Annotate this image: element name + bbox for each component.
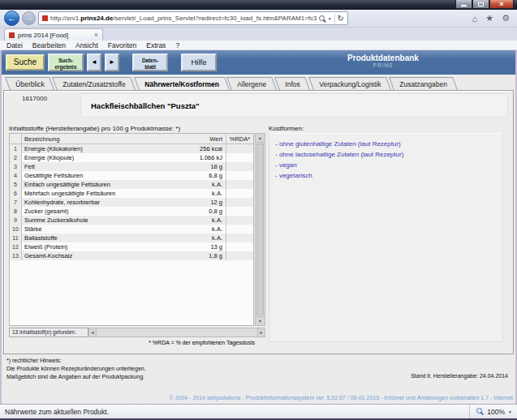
scroll-left-icon[interactable]: ◄ (88, 328, 97, 337)
kostform-link[interactable]: - vegetarisch (275, 170, 502, 181)
scroll-up-icon[interactable]: ▲ (256, 134, 265, 143)
status-text: Nährwerte zum aktuellen Produkt. (5, 408, 109, 416)
scroll-down-icon[interactable]: ▼ (256, 316, 265, 325)
nutrition-table: Bezeichnung Wert %RDA* 1Energie (Kilokal… (9, 133, 254, 326)
menu-datei[interactable]: Datei (3, 41, 29, 49)
legal-line-2: Die Produkte können Rezepturänderungen u… (6, 365, 146, 373)
menu-bearbeiten[interactable]: Bearbeiten (29, 41, 72, 49)
browser-tab[interactable]: prins 2014 [Food] × (4, 28, 103, 41)
refresh-icon[interactable]: ↻ (338, 15, 344, 23)
close-icon: × (499, 1, 503, 8)
tab-close-icon[interactable]: × (94, 32, 98, 39)
legal-note: *) rechtlicher Hinweis: Die Produkte kön… (6, 357, 146, 381)
table-row[interactable]: 7Kohlenhydrate, resorbierbar12 g (10, 198, 253, 207)
table-row[interactable]: 3Fett18 g (10, 162, 253, 171)
tab-ueberblick[interactable]: Überblick (5, 77, 54, 90)
tab-allergene[interactable]: Allergene (227, 77, 278, 90)
kostform-link[interactable]: - ohne lactosehaltige Zutaten (laut Reze… (275, 149, 502, 160)
legal-line-1: *) rechtlicher Hinweis: (6, 357, 146, 365)
table-row[interactable]: 5Einfach ungesättigte Fettsäurenk.A. (10, 180, 253, 189)
window-minimize-button[interactable] (455, 0, 472, 9)
search-caret-icon[interactable]: ▼ (328, 16, 332, 21)
nutrition-heading: Inhaltsstoffe (Herstellerangabe) pro 100… (9, 125, 180, 132)
table-row[interactable]: 2Energie (Kilojoule)1.066 kJ (10, 153, 253, 162)
app-title: Produktdatenbank (278, 54, 489, 62)
scrollbar-track[interactable] (97, 328, 257, 337)
zoom-level: 100% (487, 408, 505, 416)
product-id: 1617000 (22, 95, 47, 102)
window-controls: × (455, 0, 514, 9)
tab-title: prins 2014 [Food] (18, 32, 68, 39)
column-wert: Wert (175, 135, 226, 143)
home-icon[interactable]: ⌂ (472, 14, 478, 24)
url-text: http://srv1.prins24.de/servlet/_Load_pri… (50, 15, 317, 22)
previous-record-button[interactable]: ◄ (87, 54, 101, 71)
tab-naehrwerte-kostformen[interactable]: Nährwerte/Kostformen (134, 77, 229, 90)
table-header: Bezeichnung Wert %RDA* (10, 134, 253, 144)
table-vertical-scrollbar[interactable]: ▲ ▼ (255, 133, 265, 326)
suche-button[interactable]: Suche (6, 54, 45, 71)
zoom-control[interactable]: 100% ▼ (469, 405, 512, 418)
rda-footnote: * %RDA = % der empfohlenen Tagesdosis (9, 340, 255, 345)
copyright-line: © 2004 - 2014 sellysolutions - Produktin… (170, 395, 513, 401)
table-row[interactable]: 4Gesättigte Fettsäuren6,8 g (10, 171, 253, 180)
browser-status-bar: Nährwerte zum aktuellen Produkt. 100% ▼ (0, 404, 517, 418)
datenblatt-button[interactable]: Daten- blatt (132, 54, 168, 71)
tab-verpackung-logistik[interactable]: Verpackung/Logistik (308, 77, 391, 90)
kostformen-box: - ohne glutenhaltige Zutaten (laut Rezep… (269, 133, 503, 342)
menu-extras[interactable]: Extras (143, 41, 172, 49)
forward-button[interactable]: → (22, 11, 36, 25)
tab-zusatzangaben[interactable]: Zusatzangaben (389, 77, 457, 90)
table-row[interactable]: 11Ballaststoffek.A. (10, 234, 253, 242)
scrollbar-thumb[interactable] (256, 144, 264, 315)
legal-line-3: Maßgeblich sind die Angaben auf der Prod… (6, 373, 146, 381)
settings-gear-icon[interactable]: ⚙ (502, 13, 510, 24)
menu-ansicht[interactable]: Ansicht (72, 41, 105, 49)
window-close-button[interactable]: × (489, 0, 514, 9)
suchergebnis-button[interactable]: Such- ergebnis (48, 54, 84, 71)
zoom-magnifier-icon (476, 408, 484, 415)
next-icon: ► (109, 58, 115, 66)
app-tabs: Überblick Zutaten/Zusatzstoffe Nährwerte… (7, 77, 457, 91)
column-bezeichnung: Bezeichnung (22, 135, 175, 143)
table-horizontal-scrollbar: 13 Inhaltsstoff(e) gefunden. ◄ ► (9, 328, 265, 337)
site-favicon-icon (42, 15, 48, 21)
window-maximize-button[interactable] (472, 0, 489, 9)
table-row[interactable]: 12Eiweiß (Protein)13 g (10, 242, 253, 251)
table-row[interactable]: 10Stärkek.A. (10, 225, 253, 234)
tab-favicon-icon (9, 32, 15, 38)
menu-hilfe[interactable]: ? (172, 41, 186, 49)
zoom-caret-icon[interactable]: ▼ (508, 409, 512, 414)
hilfe-button[interactable]: Hilfe (181, 54, 217, 71)
table-row[interactable]: 9Summe Zuckeralkoholek.A. (10, 216, 253, 225)
back-icon: ← (7, 13, 16, 23)
back-button[interactable]: ← (4, 11, 19, 26)
menu-favoriten[interactable]: Favoriten (105, 41, 143, 49)
forward-icon: → (25, 13, 33, 22)
table-row[interactable]: 8Zucker (gesamt)0,8 g (10, 207, 253, 216)
product-name: Hackfleischbällchen "Puszta" (81, 94, 507, 110)
kostform-link[interactable]: - vegan (275, 160, 502, 170)
browser-nav-bar: ← → http://srv1.prins24.de/servlet/_Load… (0, 10, 517, 28)
content-panel: 1617000 Hackfleischbällchen "Puszta" Inh… (3, 90, 514, 354)
browser-tab-bar: prins 2014 [Food] × (0, 28, 517, 41)
tab-zutaten-zusatzstoffe[interactable]: Zutaten/Zusatzstoffe (53, 77, 136, 90)
address-bar[interactable]: http://srv1.prins24.de/servlet/_Load_pri… (38, 11, 348, 25)
table-row[interactable]: 1Energie (Kilokalorien)256 kcal (10, 144, 253, 153)
app-title-block: Produktdatenbank PRINS (278, 54, 489, 68)
kostform-link[interactable]: - ohne glutenhaltige Zutaten (laut Rezep… (275, 139, 502, 149)
browser-menu-bar: Datei Bearbeiten Ansicht Favoriten Extra… (0, 41, 517, 50)
product-title-box: Hackfleischbällchen "Puszta" (80, 93, 508, 118)
kostformen-heading: Kostformen: (269, 125, 304, 132)
favorites-star-icon[interactable]: ★ (485, 13, 493, 24)
prev-icon: ◄ (91, 58, 97, 66)
search-icon[interactable] (319, 15, 325, 22)
table-row[interactable]: 13Gesamt-Kochsalz1,8 g (10, 251, 253, 260)
table-row[interactable]: 6Mehrfach ungesättigte Fettsäurenk.A. (10, 189, 253, 198)
app-frame: Suche Such- ergebnis ◄ ► Daten- blatt Hi… (0, 50, 517, 404)
window-title-bar: × (0, 0, 517, 10)
scroll-right-icon[interactable]: ► (257, 328, 265, 337)
tab-infos[interactable]: Infos (274, 77, 310, 90)
next-record-button[interactable]: ► (105, 54, 119, 71)
stand-date: Stand lt. Herstellerangabe: 24.04.2014 (411, 373, 508, 379)
